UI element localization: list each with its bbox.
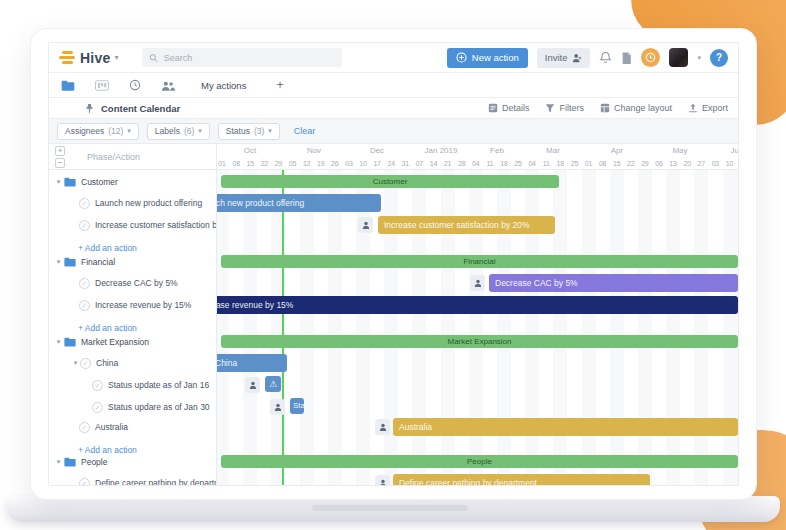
person-icon <box>249 381 257 389</box>
date-tick: 13 <box>666 160 680 167</box>
workspace-nav: My actions + <box>49 73 738 98</box>
check-circle-icon[interactable]: ✓ <box>79 300 90 311</box>
filters-button[interactable]: Filters <box>545 103 584 113</box>
time-tracking-icon[interactable] <box>641 48 660 67</box>
date-tick: 29 <box>271 160 285 167</box>
team-icon[interactable] <box>161 80 175 91</box>
add-tab-button[interactable]: + <box>276 78 283 92</box>
chevron-down-icon[interactable]: ▾ <box>54 458 63 466</box>
assignee-chip[interactable] <box>245 377 260 393</box>
assignee-chip[interactable] <box>270 399 285 415</box>
phase-bar-market-expansion[interactable]: Market Expansion <box>221 335 738 348</box>
search-box[interactable] <box>142 48 342 67</box>
action-row-parent[interactable]: ▾ ✓ China <box>49 353 216 373</box>
month-label: Mar <box>546 146 560 155</box>
action-bar-status30[interactable]: Status updare as of Jan 30 <box>290 398 304 414</box>
folder-icon <box>64 177 76 187</box>
invite-label: Invite <box>545 52 568 63</box>
laptop-screen: Hive ▾ New action Invite <box>30 28 757 500</box>
phase-bar-people[interactable]: People <box>221 455 738 468</box>
user-avatar[interactable] <box>669 48 688 67</box>
assignees-filter[interactable]: Assignees (12) ▾ <box>57 123 139 140</box>
chevron-down-icon[interactable]: ▾ <box>54 178 63 186</box>
invite-button[interactable]: Invite <box>537 48 591 68</box>
hive-logo[interactable]: Hive ▾ <box>59 50 118 66</box>
subaction-row[interactable]: ✓ Status updare as of Jan 30 <box>49 397 216 417</box>
action-row[interactable]: ✓ Increase revenue by 15% <box>49 295 216 315</box>
status-filter[interactable]: Status (3) ▾ <box>218 123 280 140</box>
tab-my-actions[interactable]: My actions <box>201 80 246 91</box>
date-tick: 26 <box>328 160 342 167</box>
phase-row-customer[interactable]: ▾ Customer <box>49 172 216 192</box>
invite-person-icon <box>572 53 582 63</box>
check-circle-icon[interactable]: ✓ <box>79 478 90 486</box>
layout-grid-icon <box>600 103 610 113</box>
action-row[interactable]: ✓ Launch new product offering <box>49 193 216 213</box>
action-bar-status16[interactable]: ⚠ <box>265 376 281 392</box>
check-circle-icon[interactable]: ✓ <box>79 220 90 231</box>
date-tick: 05 <box>285 160 299 167</box>
action-row[interactable]: ✓ Increase customer satisfaction by 20% <box>49 215 216 235</box>
check-circle-icon[interactable]: ✓ <box>92 380 103 391</box>
warning-icon: ⚠ <box>269 379 277 389</box>
phase-bar-financial[interactable]: Financial <box>221 255 738 268</box>
check-circle-icon[interactable]: ✓ <box>92 402 103 413</box>
phase-row-financial[interactable]: ▾ Financial <box>49 252 216 272</box>
action-bar-revenue[interactable]: Increase revenue by 15% <box>217 296 738 314</box>
action-bar-launch[interactable]: Launch new product offering <box>217 194 381 212</box>
kanban-board-icon[interactable] <box>95 80 109 91</box>
chevron-down-icon[interactable]: ▾ <box>54 338 63 346</box>
date-tick: 17 <box>370 160 384 167</box>
expand-all-button[interactable]: + <box>55 146 65 156</box>
assignee-chip[interactable] <box>375 475 390 485</box>
labels-filter[interactable]: Labels (6) ▾ <box>147 123 210 140</box>
person-icon <box>362 221 370 229</box>
check-circle-icon[interactable]: ✓ <box>79 422 90 433</box>
action-bar-china[interactable]: China <box>217 354 287 372</box>
action-bar-career[interactable]: Define career pathing by department <box>393 474 650 485</box>
export-button[interactable]: Export <box>688 103 728 113</box>
notifications-bell-icon[interactable] <box>599 51 612 64</box>
action-row[interactable]: ✓ Australia <box>49 417 216 437</box>
assignee-chip[interactable] <box>375 419 390 435</box>
time-clock-icon[interactable] <box>129 79 141 91</box>
pin-icon[interactable] <box>85 103 94 114</box>
clear-filters-link[interactable]: Clear <box>294 126 316 136</box>
check-circle-icon[interactable]: ✓ <box>79 278 90 289</box>
action-row[interactable]: ✓ Decrease CAC by 5% <box>49 273 216 293</box>
date-tick: 18 <box>497 160 511 167</box>
change-layout-button[interactable]: Change layout <box>600 103 672 113</box>
person-icon <box>274 403 282 411</box>
notes-document-icon[interactable] <box>621 52 632 64</box>
date-tick: 11 <box>483 160 497 167</box>
assignee-chip[interactable] <box>358 217 373 233</box>
phase-row-people[interactable]: ▾ People <box>49 452 216 472</box>
check-circle-icon[interactable]: ✓ <box>79 198 90 209</box>
phase-row-market-expansion[interactable]: ▾ Market Expansion <box>49 332 216 352</box>
help-button[interactable]: ? <box>710 49 728 67</box>
folder-icon <box>64 337 76 347</box>
workspace-chevron-icon[interactable]: ▾ <box>114 53 118 62</box>
new-action-button[interactable]: New action <box>447 48 528 68</box>
action-row[interactable]: ✓ Define career pathing by department <box>49 473 216 485</box>
phase-bar-customer[interactable]: Customer <box>221 175 559 188</box>
avatar-chevron-icon[interactable]: ▾ <box>697 54 701 62</box>
check-circle-icon[interactable]: ✓ <box>80 358 91 369</box>
projects-folder-icon[interactable] <box>61 80 75 91</box>
action-bar-satisfaction[interactable]: Increase customer satisfaction by 20% <box>378 216 555 234</box>
subaction-row[interactable]: ✓ Status update as of Jan 16 <box>49 375 216 395</box>
chevron-down-icon[interactable]: ▾ <box>71 359 80 367</box>
search-icon <box>149 53 158 63</box>
date-tick: 01 <box>581 160 595 167</box>
search-input[interactable] <box>164 53 336 63</box>
details-button[interactable]: Details <box>488 103 530 113</box>
chevron-down-icon[interactable]: ▾ <box>54 258 63 266</box>
phase-action-list: ▾ Customer ✓ Launch new product offering… <box>49 170 217 485</box>
collapse-all-button[interactable]: − <box>55 158 65 168</box>
month-label: Jun <box>731 146 738 155</box>
action-bar-australia[interactable]: Australia <box>393 418 738 436</box>
gantt-view: + − Phase/Action Oct Nov Dec Jan 2019 Fe… <box>49 144 738 485</box>
action-bar-cac[interactable]: Decrease CAC by 5% <box>489 274 738 292</box>
export-icon <box>688 103 698 113</box>
assignee-chip[interactable] <box>470 275 485 291</box>
